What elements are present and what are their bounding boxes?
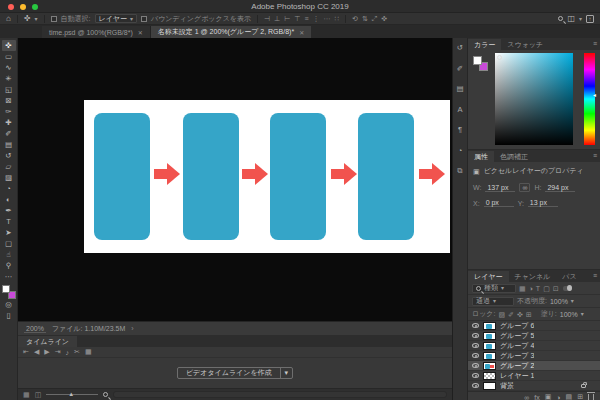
- x-field[interactable]: 0 px: [484, 199, 514, 207]
- canvas-rectangle-2[interactable]: [183, 113, 239, 240]
- add-layer-mask-icon[interactable]: ▣: [545, 393, 552, 400]
- timeline-mode-caret-icon[interactable]: ▾: [280, 368, 293, 378]
- layer-thumbnail[interactable]: [483, 372, 496, 380]
- align-center-icon[interactable]: ⊥: [274, 15, 280, 22]
- crop-tool[interactable]: ◱: [2, 84, 16, 95]
- panel-menu-icon[interactable]: ≡: [593, 272, 597, 279]
- visibility-eye-icon[interactable]: [472, 383, 479, 388]
- width-field[interactable]: 137 px: [485, 184, 515, 192]
- fill-value[interactable]: 100%: [560, 311, 578, 318]
- healing-brush-tool[interactable]: ✚: [2, 117, 16, 128]
- layer-style-fx-icon[interactable]: fx: [534, 394, 539, 400]
- visibility-eye-icon[interactable]: [472, 333, 479, 338]
- 3d-mode-move-icon[interactable]: ✜: [381, 15, 387, 22]
- tool-preset-caret-icon[interactable]: ▾: [35, 16, 38, 22]
- frame-tool[interactable]: ⊠: [2, 95, 16, 106]
- minimize-window-button[interactable]: [20, 4, 26, 10]
- panel-menu-icon[interactable]: ≡: [593, 40, 597, 47]
- dodge-tool[interactable]: ◐: [2, 194, 16, 205]
- filter-smart-objects-icon[interactable]: ⊡: [553, 285, 559, 292]
- filter-type-layers-icon[interactable]: T: [536, 285, 540, 292]
- layer-row-group3[interactable]: グループ 3: [468, 351, 600, 361]
- 3d-mode-roll-icon[interactable]: ⇅: [362, 15, 368, 22]
- timeline-scrollbar[interactable]: [113, 391, 447, 398]
- tab-layers[interactable]: レイヤー: [468, 271, 509, 282]
- lock-pixels-icon[interactable]: ✐: [508, 311, 514, 318]
- align-top-icon[interactable]: ⊤: [294, 15, 300, 22]
- delete-layer-icon[interactable]: [588, 394, 594, 400]
- foreground-color-swatch[interactable]: [2, 285, 10, 293]
- visibility-eye-icon[interactable]: [472, 363, 479, 368]
- opacity-value[interactable]: 100%: [550, 298, 568, 305]
- thumbnail-size-icon[interactable]: ◫: [35, 391, 42, 399]
- filter-shape-layers-icon[interactable]: ▢: [543, 285, 550, 292]
- tab-channels[interactable]: チャンネル: [509, 271, 557, 282]
- document-tab-timepsd[interactable]: time.psd @ 100%(RGB/8*) ✕: [42, 26, 151, 38]
- maximize-window-button[interactable]: [32, 4, 38, 10]
- canvas-rectangle-1[interactable]: [94, 113, 150, 240]
- paragraph-panel-icon[interactable]: ¶: [458, 126, 462, 134]
- bounding-box-checkbox[interactable]: [141, 16, 147, 22]
- hue-slider[interactable]: ◂: [584, 53, 595, 145]
- brush-settings-panel-icon[interactable]: ✐: [457, 65, 463, 73]
- layer-row-layer1[interactable]: レイヤー 1: [468, 371, 600, 381]
- workspace-caret-icon[interactable]: ▾: [579, 16, 582, 22]
- slider-knob[interactable]: ▲: [68, 391, 74, 397]
- link-layers-icon[interactable]: ∞: [524, 394, 529, 400]
- quick-mask-button[interactable]: ◎: [2, 299, 16, 310]
- screen-mode-button[interactable]: ▯: [2, 310, 16, 321]
- close-tab-icon[interactable]: ✕: [299, 29, 304, 36]
- hue-slider-marker-icon[interactable]: ◂: [593, 92, 596, 98]
- marquee-tool[interactable]: ▭: [2, 51, 16, 62]
- color-picker-marker[interactable]: [497, 55, 502, 60]
- history-brush-tool[interactable]: ↺: [2, 150, 16, 161]
- visibility-eye-icon[interactable]: [472, 343, 479, 348]
- canvas-arrow-3[interactable]: [331, 163, 357, 185]
- panel-menu-icon[interactable]: ≡: [593, 152, 597, 159]
- y-field[interactable]: 13 px: [528, 199, 558, 207]
- auto-select-checkbox[interactable]: [51, 16, 57, 22]
- foreground-color-swatch[interactable]: [473, 56, 482, 65]
- canvas-rectangle-4[interactable]: [358, 113, 414, 240]
- timeline-panel-icon[interactable]: ◔: [458, 147, 463, 155]
- document-canvas[interactable]: [84, 100, 450, 253]
- align-right-icon[interactable]: ⊢: [284, 15, 290, 22]
- tab-color[interactable]: カラー: [468, 39, 501, 50]
- frames-view-icon[interactable]: ▦: [23, 391, 30, 399]
- new-group-icon[interactable]: ▤: [566, 393, 573, 400]
- filter-pixel-layers-icon[interactable]: ▦: [519, 285, 526, 292]
- distribute-horizontal-icon[interactable]: ⋯: [324, 15, 331, 22]
- history-panel-icon[interactable]: ↺: [457, 44, 463, 52]
- visibility-eye-icon[interactable]: [472, 353, 479, 358]
- tab-properties[interactable]: 属性: [468, 151, 494, 162]
- 3d-mode-scale-icon[interactable]: ⤢: [372, 15, 378, 22]
- layer-thumbnail[interactable]: [483, 382, 496, 390]
- lock-position-icon[interactable]: ✜: [517, 311, 523, 318]
- layer-row-group2-selected[interactable]: グループ 2: [468, 361, 600, 371]
- blend-mode-dropdown[interactable]: 通過 ▾: [472, 297, 514, 306]
- home-icon[interactable]: ⌂: [6, 15, 11, 23]
- close-tab-icon[interactable]: ✕: [138, 29, 143, 36]
- edit-toolbar-icon[interactable]: ⋯: [2, 271, 16, 282]
- shape-tool[interactable]: ▢: [2, 238, 16, 249]
- layer-row-group5[interactable]: グループ 5: [468, 331, 600, 341]
- link-dimensions-icon[interactable]: ∞: [519, 183, 530, 192]
- layer-thumbnail[interactable]: [483, 342, 496, 350]
- tab-swatches[interactable]: スウォッチ: [501, 39, 549, 50]
- tab-timeline[interactable]: タイムライン: [18, 336, 77, 347]
- next-frame-icon[interactable]: ⇥: [55, 348, 61, 356]
- clone-stamp-tool[interactable]: ▤: [2, 139, 16, 150]
- tab-paths[interactable]: パス: [556, 271, 582, 282]
- layer-thumbnail[interactable]: [483, 362, 496, 370]
- canvas-arrow-2[interactable]: [242, 163, 268, 185]
- share-icon[interactable]: ↑: [586, 15, 594, 23]
- saturation-brightness-picker[interactable]: [495, 53, 573, 145]
- chevron-down-icon[interactable]: ▾: [581, 311, 584, 317]
- move-tool[interactable]: ✜: [2, 40, 16, 51]
- distribute-vertical-icon[interactable]: ⋮: [313, 15, 320, 22]
- chevron-down-icon[interactable]: ▾: [571, 298, 574, 304]
- layer-row-group4[interactable]: グループ 4: [468, 341, 600, 351]
- document-tab-untitled1[interactable]: 名称未設定 1 @ 200%(グループ 2, RGB/8)* ✕: [151, 26, 311, 38]
- layer-filter-dropdown[interactable]: 種類 ▾: [472, 284, 516, 293]
- align-more-icon[interactable]: ∷: [335, 15, 339, 22]
